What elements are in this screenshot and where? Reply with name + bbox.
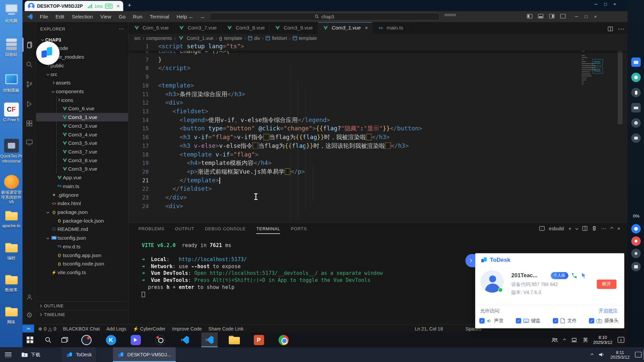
run-debug-icon[interactable] (22, 97, 36, 111)
vscode-close-button[interactable]: × (594, 14, 597, 19)
editor-tab-main.ts[interactable]: TSmain.ts (373, 22, 408, 34)
account-icon[interactable] (22, 290, 36, 304)
explorer-item-main.ts[interactable]: TSmain.ts (36, 182, 128, 190)
explorer-item-Com3_5.vue[interactable]: Com3_5.vue (36, 139, 128, 147)
side-toolbar-icon-3[interactable] (631, 88, 641, 97)
explorer-item-tsconfig.node.json[interactable]: {}tsconfig.node.json (36, 259, 128, 268)
host-hidden-icons-chevron[interactable] (591, 353, 594, 356)
permission-文件[interactable]: ✓文件 (553, 318, 577, 324)
source-control-icon[interactable] (22, 77, 36, 91)
explorer-item-Com3_7.vue[interactable]: Com3_7.vue (36, 147, 128, 156)
side-toolbar-icon-9[interactable] (631, 249, 641, 258)
side-toolbar-icon-10[interactable] (631, 262, 641, 271)
line-col-indicator[interactable]: Ln 21, Col 18 (415, 326, 443, 331)
taskbar-app-pinned-app-meeting[interactable] (127, 333, 144, 347)
taskbar-app-vscode[interactable] (177, 333, 193, 347)
permission-键盘[interactable]: ✓键盘 (516, 318, 540, 324)
permission-摄像头[interactable]: ✓摄像头 (589, 318, 619, 324)
desktop-icon-网络[interactable]: 网络 (0, 305, 22, 325)
checkbox-checked[interactable]: ✓ (516, 318, 521, 323)
people-icon[interactable] (551, 337, 558, 343)
host-window-DESKTOP-VM5DJ...[interactable]: DESKTOP-VM5DJ... (113, 347, 176, 362)
terminal-output[interactable]: VITE v6.2.0 ready in 7621 ms ➜ Local: ht… (142, 242, 383, 298)
terminal-dropdown-icon[interactable] (575, 227, 578, 230)
remote-indicator[interactable]: >< (22, 324, 34, 333)
toggle-panel-icon[interactable] (538, 14, 543, 18)
explorer-item-Com3_3.vue[interactable]: Com3_3.vue (36, 121, 128, 130)
explorer-item-App.vue[interactable]: App.vue (36, 173, 128, 182)
terminal-instance-label[interactable]: esbuild (549, 226, 564, 231)
taskbar-search-icon[interactable] (42, 334, 54, 346)
explorer-item-package.json[interactable]: {}package.json (36, 208, 128, 217)
breadcrumb[interactable]: src›components›Com3_1.vue›{}template›div… (134, 34, 317, 42)
breadcrumb-item[interactable]: template (299, 36, 317, 41)
editor-scrollbar[interactable] (618, 42, 623, 124)
editor-tab-Com3_7.vue[interactable]: Com3_7.vue (174, 22, 222, 34)
new-session-button[interactable]: + (128, 2, 131, 9)
panel-more-icon[interactable]: ⋯ (601, 226, 606, 231)
maximize-panel-icon[interactable] (610, 227, 613, 230)
taskbar-app-powerpoint[interactable]: P (251, 333, 267, 347)
explorer-more-icon[interactable]: ⋯ (119, 26, 124, 32)
kill-terminal-icon[interactable] (592, 226, 597, 231)
editor-tab-Com3_1.vue[interactable]: Com3_1.vue× (318, 22, 373, 34)
ime-language[interactable]: 英 (583, 336, 588, 343)
taskbar-app-pinned-app-k[interactable]: K (103, 333, 119, 347)
nav-back-icon[interactable]: ← (189, 13, 194, 19)
panel-tab-output[interactable]: OUTPUT (175, 223, 194, 234)
todesk-maximize-button[interactable]: □ (604, 2, 607, 7)
todesk-close-button[interactable]: × (613, 2, 616, 7)
desktop-icon-回收站[interactable]: 回收站 (0, 37, 22, 57)
status-item-share-code-link[interactable]: Share Code Link (208, 326, 244, 331)
menu-help[interactable]: Help (173, 14, 191, 19)
todesk-minimize-button[interactable]: ─ (594, 2, 598, 7)
status-item-improve-code[interactable]: Improve Code (172, 326, 202, 331)
side-toolbar-icon-1[interactable] (631, 57, 641, 67)
host-window-ToDesk[interactable]: ToDesk (62, 347, 97, 362)
status-item-blackbox-chat[interactable]: BLACKBOX Chat (63, 326, 100, 331)
editor-tab-Com3_8.vue[interactable]: Com3_8.vue (222, 22, 270, 34)
checkbox-checked[interactable]: ✓ (589, 318, 594, 323)
menu-selection[interactable]: Selection (68, 14, 97, 19)
explorer-item-icons[interactable]: icons (36, 96, 128, 104)
taskbar-app-pinned-app-dark[interactable] (78, 333, 95, 347)
disconnect-button[interactable]: 断开 (597, 280, 616, 289)
editor-tab-Com_6.vue[interactable]: Com_6.vue (128, 22, 174, 34)
panel-tab-ports[interactable]: PORTS (291, 223, 307, 234)
explorer-item-src[interactable]: src (36, 70, 128, 78)
breadcrumb-item[interactable]: src (134, 36, 141, 41)
hidden-icons-chevron[interactable] (563, 339, 566, 342)
todesk-floating-ball[interactable] (36, 42, 60, 65)
desktop-icon-C-Free 5[interactable]: CFC-Free 5 (0, 103, 22, 123)
desktop-icon-控制面板[interactable]: 控制面板 (0, 73, 22, 93)
editor-tab-Com3_9.vue[interactable]: Com3_9.vue (270, 22, 318, 34)
status-item-cybercoder[interactable]: ⚡ CyberCoder (133, 326, 165, 331)
checkbox-checked[interactable]: ✓ (479, 318, 485, 323)
side-toolbar-icon-7[interactable] (631, 224, 641, 234)
desktop-icon-编程[interactable]: 编程 (0, 241, 22, 261)
breadcrumb-item[interactable]: template (224, 36, 242, 41)
explorer-item-tsconfig.app.json[interactable]: {}tsconfig.app.json (36, 251, 128, 259)
taskbar-app-pinned-app-camera[interactable] (152, 333, 168, 347)
task-view-icon[interactable] (59, 334, 70, 346)
desktop-icon-apache-to[interactable]: apache-to (0, 208, 22, 229)
status-item-add-logs[interactable]: Add Logs (106, 326, 126, 331)
menu-terminal[interactable]: Terminal (146, 14, 173, 19)
desktop-icon-极域课堂管理系统软件V6[interactable]: 极域课堂管理系统软件V6 (0, 175, 22, 205)
explorer-item-index.html[interactable]: <>index.html (36, 199, 128, 208)
menu-edit[interactable]: Edit (52, 14, 68, 19)
explorer-item-Com3_8.vue[interactable]: Com3_8.vue (36, 156, 128, 165)
search-sidebar-icon[interactable] (22, 57, 36, 71)
explorer-item-vite.config.ts[interactable]: ⚡vite.config.ts (36, 268, 128, 277)
explorer-item-package-lock.json[interactable]: {}package-lock.json (36, 216, 128, 225)
side-toolbar-icon-5[interactable] (631, 118, 641, 128)
host-pinned-download[interactable]: 下载 (21, 347, 40, 362)
toggle-secondary-sidebar-icon[interactable] (549, 14, 554, 18)
panel-tab-debug-console[interactable]: DEBUG CONSOLE (205, 223, 246, 234)
session-tab[interactable]: DESKTOP-VM5DJ2P 1ms HD × (24, 1, 123, 11)
tab-close-icon[interactable]: × (365, 25, 368, 31)
explorer-item-README.md[interactable]: ⓘREADME.md (36, 225, 128, 234)
permission-声音[interactable]: ✓声音 (479, 318, 503, 324)
remote-clock[interactable]: 8:10 2025/3/12 (593, 335, 612, 345)
menu-view[interactable]: View (97, 14, 115, 19)
